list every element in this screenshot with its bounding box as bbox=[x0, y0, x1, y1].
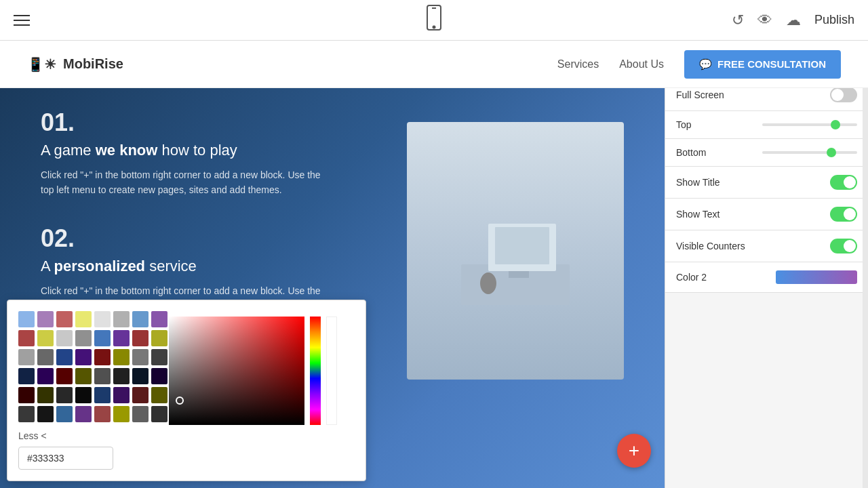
publish-label: Publish bbox=[814, 13, 854, 27]
toolbar-right: ↺ 👁 ☁ Publish bbox=[732, 12, 854, 29]
color-swatch[interactable] bbox=[94, 349, 111, 365]
bottom-label: Bottom bbox=[676, 147, 706, 158]
color-swatch[interactable] bbox=[37, 349, 54, 365]
color-swatch[interactable] bbox=[37, 387, 54, 403]
color-opacity-slider[interactable] bbox=[326, 317, 337, 425]
feature-title-2: A personalized service bbox=[41, 257, 366, 277]
color-swatch[interactable] bbox=[113, 387, 130, 403]
publish-button[interactable]: Publish bbox=[814, 13, 854, 27]
color-picker-content: Less < bbox=[18, 311, 355, 441]
image-placeholder bbox=[407, 122, 624, 380]
color-swatch[interactable] bbox=[132, 311, 149, 327]
setting-top: Top bbox=[665, 111, 868, 139]
color-swatch[interactable] bbox=[75, 368, 92, 384]
svg-point-7 bbox=[480, 272, 496, 294]
panel-scroll-track bbox=[863, 41, 868, 488]
color-swatch[interactable] bbox=[151, 349, 167, 365]
preview-icon[interactable]: 👁 bbox=[757, 12, 772, 29]
color-swatch[interactable] bbox=[37, 406, 54, 422]
less-button[interactable]: Less < bbox=[18, 430, 47, 441]
color-swatch[interactable] bbox=[113, 330, 130, 346]
color-swatch[interactable] bbox=[56, 387, 73, 403]
color-swatch[interactable] bbox=[94, 368, 111, 384]
content-image bbox=[407, 122, 624, 380]
right-panel: ⇅ ⬇ </> ⚙ 🗑 Full Screen Top Bottom bbox=[665, 41, 868, 488]
panel-settings: Full Screen Top Bottom Show Title bbox=[665, 79, 868, 488]
color-swatch[interactable] bbox=[18, 406, 35, 422]
feature-desc-1: Click red "+" in the bottom right corner… bbox=[41, 167, 326, 198]
visible-counters-toggle[interactable] bbox=[830, 239, 857, 253]
color-swatch[interactable] bbox=[151, 368, 167, 384]
svg-rect-6 bbox=[509, 271, 529, 278]
add-block-button[interactable]: + bbox=[617, 434, 651, 468]
fullscreen-toggle[interactable] bbox=[830, 87, 857, 102]
feature-item-1: 01. A game we know how to play Click red… bbox=[41, 108, 366, 197]
color-swatch[interactable] bbox=[56, 368, 73, 384]
color-swatch[interactable] bbox=[75, 349, 92, 365]
color-indicator[interactable] bbox=[176, 396, 184, 405]
toolbar-center bbox=[426, 4, 442, 36]
upload-icon[interactable]: ☁ bbox=[786, 12, 801, 29]
color-swatch[interactable] bbox=[56, 330, 73, 346]
color-swatch[interactable] bbox=[132, 406, 149, 422]
color-swatch[interactable] bbox=[56, 311, 73, 327]
setting-show-title: Show Title bbox=[665, 167, 868, 199]
undo-icon[interactable]: ↺ bbox=[732, 12, 744, 29]
color-swatch[interactable] bbox=[75, 330, 92, 346]
top-slider[interactable] bbox=[762, 123, 857, 126]
swatches-section: Less < bbox=[18, 311, 161, 441]
setting-bottom: Bottom bbox=[665, 139, 868, 167]
color-swatch[interactable] bbox=[132, 368, 149, 384]
color-swatch[interactable] bbox=[18, 330, 35, 346]
color-swatch[interactable] bbox=[18, 311, 35, 327]
setting-show-text: Show Text bbox=[665, 199, 868, 230]
top-slider-row bbox=[762, 123, 857, 126]
color-swatch[interactable] bbox=[75, 311, 92, 327]
nav-services[interactable]: Services bbox=[557, 58, 599, 70]
color-swatch[interactable] bbox=[75, 406, 92, 422]
bottom-slider[interactable] bbox=[762, 151, 857, 154]
consultation-icon: 💬 bbox=[699, 58, 712, 70]
show-title-toggle[interactable] bbox=[830, 175, 857, 190]
consultation-button[interactable]: 💬 FREE CONSULTATION bbox=[684, 50, 841, 79]
nav-about[interactable]: About Us bbox=[619, 58, 664, 70]
color-swatch[interactable] bbox=[94, 311, 111, 327]
color-swatch[interactable] bbox=[132, 330, 149, 346]
color-swatch[interactable] bbox=[113, 349, 130, 365]
toolbar-left bbox=[14, 15, 30, 26]
color-swatch[interactable] bbox=[113, 406, 130, 422]
visible-counters-label: Visible Counters bbox=[676, 241, 745, 251]
color-swatch[interactable] bbox=[151, 387, 167, 403]
color-picker-bottom: Less < bbox=[18, 430, 161, 441]
color-swatch[interactable] bbox=[18, 387, 35, 403]
color-swatch[interactable] bbox=[56, 349, 73, 365]
color-swatch[interactable] bbox=[151, 406, 167, 422]
setting-visible-counters: Visible Counters bbox=[665, 230, 868, 262]
color-swatch[interactable] bbox=[56, 406, 73, 422]
color-swatch[interactable] bbox=[18, 349, 35, 365]
color-swatch[interactable] bbox=[113, 368, 130, 384]
site-nav-links: Services About Us 💬 FREE CONSULTATION bbox=[557, 50, 841, 79]
color-swatch[interactable] bbox=[37, 330, 54, 346]
show-text-toggle[interactable] bbox=[830, 207, 857, 222]
color-swatch[interactable] bbox=[94, 406, 111, 422]
color-swatch[interactable] bbox=[37, 368, 54, 384]
color-swatch[interactable] bbox=[94, 330, 111, 346]
color-swatch[interactable] bbox=[132, 349, 149, 365]
top-toolbar: ↺ 👁 ☁ Publish bbox=[0, 0, 868, 41]
color-gradient-box[interactable] bbox=[169, 317, 304, 425]
color-2-swatch[interactable] bbox=[776, 270, 857, 284]
hamburger-menu[interactable] bbox=[14, 15, 30, 26]
color-swatch[interactable] bbox=[113, 311, 130, 327]
color-swatch[interactable] bbox=[75, 387, 92, 403]
svg-rect-5 bbox=[495, 227, 549, 264]
color-swatch[interactable] bbox=[151, 311, 167, 327]
color-hex-input[interactable] bbox=[18, 447, 113, 470]
bottom-slider-row bbox=[762, 151, 857, 154]
color-rainbow-slider[interactable] bbox=[310, 317, 321, 425]
color-swatch[interactable] bbox=[18, 368, 35, 384]
color-swatch[interactable] bbox=[132, 387, 149, 403]
color-swatch[interactable] bbox=[151, 330, 167, 346]
color-swatch[interactable] bbox=[94, 387, 111, 403]
color-swatch[interactable] bbox=[37, 311, 54, 327]
